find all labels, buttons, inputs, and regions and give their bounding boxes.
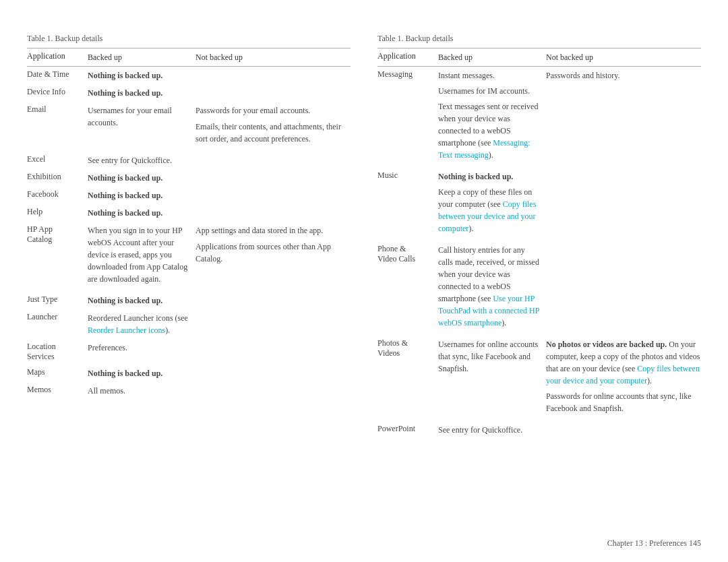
not-backed-line: Applications from sources other than App…	[195, 241, 351, 265]
backed-value: Nothing is backed up.	[88, 207, 195, 219]
app-label: Just Type	[27, 294, 88, 305]
backed-line: Usernames for IM accounts.	[438, 85, 541, 97]
not-backed-line: No photos or videos are backed up. On yo…	[546, 338, 701, 387]
copy-files-music-link[interactable]: Copy files between your device and your …	[438, 199, 536, 233]
table-row: Just Type Nothing is backed up.	[27, 292, 351, 309]
not-backed-line: Emails, their contents, and attachments,…	[195, 121, 351, 145]
left-table-header: Application Backed up Not backed up	[27, 48, 351, 67]
backed-value: Nothing is backed up.	[88, 172, 195, 184]
table-row: Help Nothing is backed up.	[27, 204, 351, 222]
app-label: Date & Time	[27, 69, 88, 80]
hp-touchpad-link[interactable]: Use your HP TouchPad with a connected HP…	[438, 294, 539, 327]
right-table-body: Messaging Instant messages. Usernames fo…	[377, 67, 701, 439]
right-column: Table 1. Backup details Application Back…	[377, 34, 701, 535]
app-label: HP AppCatalog	[27, 224, 88, 245]
backed-value: Reordered Launcher icons (see Reorder La…	[88, 312, 195, 336]
right-table-header: Application Backed up Not backed up	[377, 48, 701, 67]
table-row: Exhibition Nothing is backed up.	[27, 169, 351, 187]
app-label: Exhibition	[27, 172, 88, 182]
backed-value: When you sign in to your HP webOS Accoun…	[88, 224, 195, 285]
app-label: Memos	[27, 385, 88, 395]
page-footer: Chapter 13 : Preferences 145	[607, 538, 701, 549]
backed-value: Nothing is backed up.	[88, 367, 195, 379]
table-row: Excel See entry for Quickoffice.	[27, 152, 351, 169]
backed-value: Nothing is backed up.	[88, 294, 195, 307]
right-header-not-backed: Not backed up	[546, 51, 701, 63]
left-header-backed: Backed up	[88, 51, 195, 63]
not-backed-line: App settings and data stored in the app.	[195, 224, 351, 237]
table-row: Music Nothing is backed up. Keep a copy …	[377, 168, 701, 237]
backed-value: Preferences.	[88, 342, 195, 354]
backed-value: See entry for Quickoffice.	[88, 154, 195, 166]
backed-value: Nothing is backed up.	[88, 87, 195, 99]
left-header-application: Application	[27, 51, 88, 63]
right-header-application: Application	[377, 51, 438, 63]
backed-value: Call history entries for any calls made,…	[438, 244, 546, 329]
left-table-body: Date & Time Nothing is backed up. Device…	[27, 67, 351, 400]
app-label: Phone &Video Calls	[377, 244, 438, 264]
backed-value: All memos.	[88, 385, 195, 397]
right-table-title: Table 1. Backup details	[377, 34, 701, 44]
table-row: HP AppCatalog When you sign in to your H…	[27, 222, 351, 288]
backed-value: Usernames for online accounts that sync,…	[438, 338, 546, 375]
table-row: Phone &Video Calls Call history entries …	[377, 241, 701, 332]
backed-value: Nothing is backed up.	[88, 69, 195, 82]
left-header-not-backed: Not backed up	[195, 51, 351, 63]
table-row: LocationServices Preferences.	[27, 339, 351, 365]
app-label: Photos &Videos	[377, 338, 438, 358]
backed-line: Instant messages.	[438, 69, 541, 82]
not-backed-value: Passwords and history.	[546, 69, 701, 82]
table-row: Maps Nothing is backed up.	[27, 365, 351, 382]
table-row: Facebook Nothing is backed up.	[27, 187, 351, 204]
app-label: LocationServices	[27, 342, 88, 362]
messaging-text-link[interactable]: Messaging: Text messaging	[438, 138, 530, 160]
backed-value: Instant messages. Usernames for IM accou…	[438, 69, 546, 161]
app-label: Excel	[27, 154, 88, 164]
backed-value: Usernames for your email accounts.	[88, 104, 195, 129]
table-row: Messaging Instant messages. Usernames fo…	[377, 67, 701, 164]
not-backed-value: App settings and data stored in the app.…	[195, 224, 351, 265]
backed-value: Nothing is backed up. Keep a copy of the…	[438, 170, 546, 235]
not-backed-line: Passwords for online accounts that sync,…	[546, 390, 701, 414]
right-header-backed: Backed up	[438, 51, 546, 63]
not-backed-line: Passwords for your email accounts.	[195, 104, 351, 117]
table-row: PowerPoint See entry for Quickoffice.	[377, 421, 701, 439]
app-label: Music	[377, 170, 438, 181]
table-row: Launcher Reordered Launcher icons (see R…	[27, 309, 351, 339]
backed-value: Nothing is backed up.	[88, 189, 195, 201]
backed-line: Keep a copy of these files on your compu…	[438, 186, 541, 235]
app-label: Facebook	[27, 189, 88, 199]
left-table-title: Table 1. Backup details	[27, 34, 351, 44]
app-label: Messaging	[377, 69, 438, 80]
app-label: Device Info	[27, 87, 88, 97]
backed-line: Text messages sent or received when your…	[438, 100, 541, 161]
table-row: Memos All memos.	[27, 382, 351, 400]
table-row: Device Info Nothing is backed up.	[27, 84, 351, 102]
left-column: Table 1. Backup details Application Back…	[27, 34, 351, 535]
app-label: Email	[27, 104, 88, 115]
backed-line: Nothing is backed up.	[438, 170, 541, 183]
reorder-launcher-link[interactable]: Reorder Launcher icons	[88, 325, 165, 335]
table-row: Email Usernames for your email accounts.…	[27, 102, 351, 148]
copy-files-photos-link[interactable]: Copy files between your device and your …	[546, 364, 700, 385]
not-backed-value: No photos or videos are backed up. On yo…	[546, 338, 701, 414]
app-label: Launcher	[27, 312, 88, 322]
app-label: Maps	[27, 367, 88, 377]
backed-value: See entry for Quickoffice.	[438, 424, 546, 436]
app-label: Help	[27, 207, 88, 217]
table-row: Photos &Videos Usernames for online acco…	[377, 336, 701, 417]
not-backed-value: Passwords for your email accounts. Email…	[195, 104, 351, 145]
table-row: Date & Time Nothing is backed up.	[27, 67, 351, 84]
app-label: PowerPoint	[377, 424, 438, 434]
